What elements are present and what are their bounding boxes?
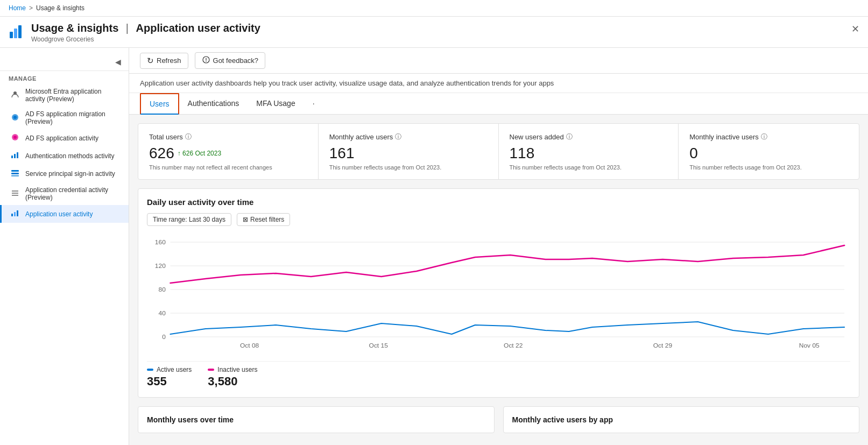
page-header-icon <box>9 23 26 44</box>
page-header-text: Usage & insights | Application user acti… <box>31 22 260 43</box>
svg-point-5 <box>13 116 17 119</box>
feedback-button[interactable]: Got feedback? <box>195 52 266 69</box>
svg-rect-8 <box>11 156 13 158</box>
stat-monthly-active-value: 161 <box>329 145 488 162</box>
sidebar-item-app-user-activity[interactable]: Application user activity <box>0 205 129 223</box>
tab-mfa-usage[interactable]: MFA Usage <box>248 94 304 114</box>
app-credential-icon <box>10 189 20 199</box>
sidebar-label-app-credential: Application credential activity (Preview… <box>25 186 120 201</box>
sidebar-label-microsoft-entra: Microsoft Entra application activity (Pr… <box>25 88 120 103</box>
inactive-users-dot <box>208 369 214 371</box>
refresh-label: Refresh <box>157 56 181 65</box>
stat-monthly-inactive-sub: This number reflects usage from Oct 2023… <box>689 164 848 171</box>
sidebar-label-auth-methods: Authentication methods activity <box>25 152 114 160</box>
refresh-button[interactable]: ↻ Refresh <box>140 53 188 69</box>
stat-monthly-active-label: Monthly active users ⓘ <box>329 132 488 142</box>
page-header: Usage & insights | Application user acti… <box>0 17 868 48</box>
sidebar-item-auth-methods[interactable]: Authentication methods activity <box>0 147 129 165</box>
sidebar-header: ◀ <box>0 53 129 71</box>
breadcrumb: Home > Usage & insights <box>0 0 868 17</box>
svg-rect-12 <box>11 173 19 174</box>
svg-rect-11 <box>11 170 19 172</box>
sidebar-collapse-button[interactable]: ◀ <box>112 55 124 68</box>
chart-title: Daily user activity over time <box>147 197 850 207</box>
svg-rect-2 <box>18 25 22 38</box>
time-range-label: Time range: Last 30 days <box>153 216 225 223</box>
legend-inactive-users: Inactive users 3,580 <box>208 366 257 389</box>
main-layout: ◀ Manage Microsoft Entra application act… <box>0 48 868 445</box>
svg-point-7 <box>13 136 17 139</box>
new-users-info-icon[interactable]: ⓘ <box>566 132 573 142</box>
svg-text:80: 80 <box>159 286 166 292</box>
svg-rect-19 <box>17 210 18 216</box>
refresh-icon: ↻ <box>147 56 154 66</box>
monthly-active-info-icon[interactable]: ⓘ <box>395 132 401 142</box>
svg-rect-13 <box>11 175 19 176</box>
sidebar: ◀ Manage Microsoft Entra application act… <box>0 48 129 445</box>
sidebar-item-service-principal[interactable]: Service principal sign-in activity <box>0 165 129 182</box>
sidebar-item-adfs-migration[interactable]: AD FS application migration (Preview) <box>0 107 129 129</box>
close-button[interactable]: ✕ <box>851 23 859 35</box>
svg-rect-1 <box>14 29 17 38</box>
stat-new-users-value: 118 <box>510 145 668 162</box>
active-users-value: 355 <box>147 375 192 389</box>
active-users-legend-label: Active users <box>157 366 192 373</box>
reset-label: Reset filters <box>250 216 284 223</box>
stat-new-users-sub: This number reflects usage from Oct 2023… <box>510 164 668 171</box>
svg-rect-18 <box>14 212 16 216</box>
svg-text:Oct 08: Oct 08 <box>240 342 259 348</box>
svg-text:0: 0 <box>162 334 166 340</box>
stats-row: Total users ⓘ 626 ↑ 626 Oct 2023 This nu… <box>138 123 859 180</box>
stat-monthly-active-sub: This number reflects usage from Oct 2023… <box>329 164 488 171</box>
time-range-button[interactable]: Time range: Last 30 days <box>147 213 231 226</box>
app-user-activity-icon <box>10 209 20 219</box>
stat-monthly-inactive: Monthly inactive users ⓘ 0 This number r… <box>679 124 859 179</box>
chart-container: 160 120 80 40 0 Oct 08 <box>147 235 850 355</box>
legend-active-users: Active users 355 <box>147 366 192 389</box>
feedback-label: Got feedback? <box>213 56 259 65</box>
tab-more[interactable]: · <box>304 94 323 114</box>
reset-filters-button[interactable]: ⊠ Reset filters <box>237 213 290 226</box>
breadcrumb-separator: > <box>29 4 33 12</box>
stat-new-users: New users added ⓘ 118 This number reflec… <box>499 124 679 179</box>
svg-text:Nov 05: Nov 05 <box>799 342 820 348</box>
stat-total-users-label: Total users ⓘ <box>149 132 307 142</box>
svg-point-21 <box>206 61 207 62</box>
page-title: Usage & insights | Application user acti… <box>31 22 260 34</box>
sidebar-item-app-credential[interactable]: Application credential activity (Preview… <box>0 182 129 205</box>
tabs-bar: Users Authentications MFA Usage · <box>129 93 868 115</box>
bottom-card-monthly-active-by-app: Monthly active users by app <box>503 406 860 433</box>
stat-monthly-inactive-label: Monthly inactive users ⓘ <box>689 132 848 142</box>
breadcrumb-home[interactable]: Home <box>9 4 26 12</box>
chart-section: Daily user activity over time Time range… <box>138 188 859 398</box>
chart-legend: Active users 355 Inactive users 3,580 <box>147 361 850 389</box>
monthly-inactive-info-icon[interactable]: ⓘ <box>761 132 767 142</box>
activity-chart: 160 120 80 40 0 Oct 08 <box>147 235 850 353</box>
active-users-dot <box>147 369 153 371</box>
sidebar-item-adfs-activity[interactable]: AD FS application activity <box>0 129 129 147</box>
total-users-trend: ↑ 626 Oct 2023 <box>178 150 221 157</box>
total-users-info-icon[interactable]: ⓘ <box>185 132 192 142</box>
svg-rect-10 <box>17 152 18 158</box>
svg-text:Oct 29: Oct 29 <box>653 342 672 348</box>
stat-new-users-label: New users added ⓘ <box>510 132 668 142</box>
sidebar-label-adfs-activity: AD FS application activity <box>25 135 98 142</box>
sidebar-label-service-principal: Service principal sign-in activity <box>25 170 115 178</box>
chart-filters: Time range: Last 30 days ⊠ Reset filters <box>147 213 850 226</box>
stat-monthly-active: Monthly active users ⓘ 161 This number r… <box>319 124 499 179</box>
description-text: Application user activity dashboards hel… <box>129 74 868 93</box>
adfs-activity-icon <box>10 133 20 143</box>
svg-text:40: 40 <box>159 310 166 316</box>
bottom-row: Monthly users over time Monthly active u… <box>138 406 859 433</box>
tab-users[interactable]: Users <box>140 93 179 115</box>
sidebar-item-microsoft-entra[interactable]: Microsoft Entra application activity (Pr… <box>0 84 129 107</box>
svg-rect-0 <box>10 32 13 38</box>
content-area: ↻ Refresh Got feedback? Application user… <box>129 48 868 445</box>
svg-text:120: 120 <box>155 263 166 269</box>
adfs-migration-icon <box>10 113 20 123</box>
svg-text:Oct 22: Oct 22 <box>504 342 523 348</box>
stat-total-users-value: 626 ↑ 626 Oct 2023 <box>149 145 307 162</box>
bottom-card-monthly-users: Monthly users over time <box>138 406 495 433</box>
tab-authentications[interactable]: Authentications <box>179 94 248 114</box>
stat-total-users: Total users ⓘ 626 ↑ 626 Oct 2023 This nu… <box>138 124 319 179</box>
